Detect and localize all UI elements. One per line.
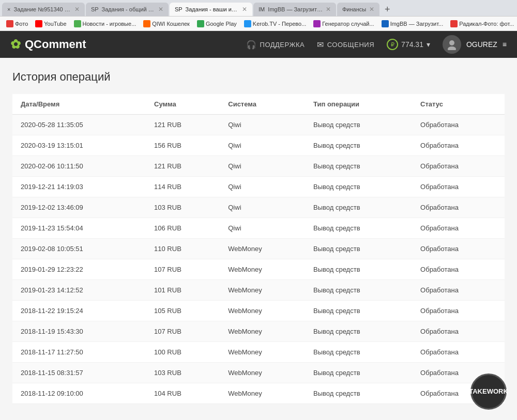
logo-text: QComment (25, 38, 86, 51)
cell-date: 2020-03-19 13:15:01 (12, 135, 146, 156)
bookmark-gplay-icon (197, 20, 204, 27)
cell-type: Вывод средств (305, 218, 412, 239)
cell-system: Qiwi (220, 135, 305, 156)
cell-date: 2019-11-23 15:54:04 (12, 218, 146, 239)
table-row: 2019-11-23 15:54:04106 RUBQiwiВывод сред… (12, 218, 505, 239)
cell-system: WebMoney (220, 301, 305, 321)
nav-support[interactable]: 🎧 ПОДДЕРЖКА (246, 40, 305, 50)
bookmark-news-label: Новости - игровые... (83, 21, 136, 27)
tab-4-close[interactable]: ✕ (326, 6, 331, 13)
cell-status: Обработана (412, 301, 505, 321)
col-header-status: Статус (412, 94, 505, 115)
main-content: История операций Дата/Время Сумма Систем… (0, 58, 517, 420)
bookmark-radical-label: Радикал-Фото: фот... (459, 21, 514, 27)
bookmark-imgbb-icon (382, 20, 389, 27)
cell-date: 2019-02-08 10:05:51 (12, 239, 146, 259)
bookmark-youtube[interactable]: YouTube (33, 19, 68, 28)
logo-icon: ✿ (10, 37, 21, 52)
nav-balance[interactable]: ₽ 774.31 ▾ (387, 39, 430, 50)
cell-system: Qiwi (220, 197, 305, 218)
cell-date: 2018-11-12 09:10:00 (12, 383, 146, 404)
cell-date: 2019-01-29 12:23:22 (12, 259, 146, 280)
cell-amount: 121 RUB (146, 115, 220, 135)
bookmark-youtube-label: YouTube (44, 21, 66, 27)
svg-point-0 (449, 40, 454, 45)
balance-dropdown-icon: ▾ (427, 40, 430, 49)
cell-system: Qiwi (220, 218, 305, 239)
page-title: История операций (12, 70, 505, 84)
cell-type: Вывод средств (305, 259, 412, 280)
bookmark-news[interactable]: Новости - игровые... (72, 19, 139, 28)
bookmark-qiwi-label: QIWI Кошелек (152, 21, 190, 27)
tab-1-close[interactable]: ✕ (74, 6, 80, 13)
cell-system: WebMoney (220, 342, 305, 363)
cell-amount: 103 RUB (146, 363, 220, 383)
table-body: 2020-05-28 11:35:05121 RUBQiwiВывод сред… (12, 115, 505, 404)
cell-amount: 110 RUB (146, 239, 220, 259)
bookmarks-bar: Фото YouTube Новости - игровые... QIWI К… (0, 17, 517, 31)
cell-system: WebMoney (220, 383, 305, 404)
cell-amount: 101 RUB (146, 280, 220, 301)
tab-4[interactable]: IM ImgBB — Загрузить Фото — Хо... ✕ (253, 3, 336, 16)
logo[interactable]: ✿ QComment (10, 37, 86, 52)
cell-type: Вывод средств (305, 197, 412, 218)
bookmark-radical-icon (450, 20, 458, 27)
bookmark-gen-icon (313, 20, 321, 27)
tab-2[interactable]: SP Задания - общий список зада... ✕ (86, 3, 169, 16)
cell-type: Вывод средств (305, 177, 412, 197)
cell-status: Обработана (412, 280, 505, 301)
tab-5[interactable]: Финансы ✕ (337, 3, 379, 16)
table-row: 2020-03-19 13:15:01156 RUBQiwiВывод сред… (12, 135, 505, 156)
tab-2-label: SP Задания - общий список зада... (91, 6, 155, 12)
bookmark-foto[interactable]: Фото (4, 19, 30, 28)
nav-messages[interactable]: ✉ СООБЩЕНИЯ (317, 40, 374, 50)
bookmark-qiwi[interactable]: QIWI Кошелек (141, 19, 192, 28)
cell-amount: 103 RUB (146, 197, 220, 218)
user-menu[interactable]: OGUREZ ≡ (443, 35, 507, 54)
tab-5-label: Финансы (342, 6, 366, 12)
bookmark-imgbb[interactable]: ImgBB — Загрузит... (379, 19, 446, 28)
bookmark-qiwi-icon (143, 20, 150, 27)
cell-date: 2018-11-17 11:27:50 (12, 342, 146, 363)
cell-status: Обработана (412, 156, 505, 177)
cell-date: 2019-01-23 14:12:52 (12, 280, 146, 301)
svg-point-1 (448, 46, 456, 50)
bookmark-gen[interactable]: Генератор случай... (311, 19, 376, 28)
cell-amount: 107 RUB (146, 259, 220, 280)
cell-type: Вывод средств (305, 363, 412, 383)
take-work-line1: TAKE (469, 387, 486, 396)
cell-date: 2019-12-02 13:46:09 (12, 197, 146, 218)
cell-date: 2020-02-06 10:11:50 (12, 156, 146, 177)
col-header-date: Дата/Время (12, 94, 146, 115)
bookmark-gplay[interactable]: Google Play (195, 19, 239, 28)
bookmark-gplay-label: Google Play (206, 21, 237, 27)
cell-type: Вывод средств (305, 239, 412, 259)
tab-5-close[interactable]: ✕ (369, 6, 374, 13)
new-tab-button[interactable]: + (381, 3, 394, 16)
user-avatar (443, 35, 461, 54)
bookmark-foto-icon (6, 20, 13, 27)
cell-status: Обработана (412, 321, 505, 342)
tab-2-close[interactable]: ✕ (158, 6, 163, 13)
cell-system: Qiwi (220, 115, 305, 135)
table-row: 2020-02-06 10:11:50121 RUBQiwiВывод сред… (12, 156, 505, 177)
nav-messages-label: СООБЩЕНИЯ (327, 41, 374, 49)
cell-amount: 106 RUB (146, 218, 220, 239)
cell-status: Обработана (412, 259, 505, 280)
table-header: Дата/Время Сумма Система Тип операции Ст… (12, 94, 505, 115)
cell-status: Обработана (412, 218, 505, 239)
table-row: 2019-01-23 14:12:52101 RUBWebMoneyВывод … (12, 280, 505, 301)
tab-1[interactable]: × Задание №951340 - просмотр... ✕ (2, 3, 85, 16)
bookmark-kerob[interactable]: Kerob.TV - Перево... (242, 19, 309, 28)
cell-system: Qiwi (220, 177, 305, 197)
take-work-button[interactable]: TAKE WORK (470, 374, 507, 410)
table-row: 2019-01-29 12:23:22107 RUBWebMoneyВывод … (12, 259, 505, 280)
cell-type: Вывод средств (305, 342, 412, 363)
bookmark-radical[interactable]: Радикал-Фото: фот... (448, 19, 516, 28)
cell-amount: 156 RUB (146, 135, 220, 156)
cell-type: Вывод средств (305, 301, 412, 321)
tab-3-close[interactable]: ✕ (242, 6, 247, 13)
cell-status: Обработана (412, 197, 505, 218)
tab-3[interactable]: SP Задания - ваши избранные зад... ✕ (170, 3, 252, 16)
cell-amount: 104 RUB (146, 383, 220, 404)
